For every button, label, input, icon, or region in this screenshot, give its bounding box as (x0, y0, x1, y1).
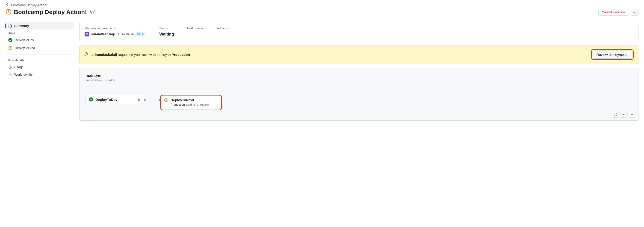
job-name: DeployToProd (170, 98, 194, 102)
run-details-section-header: Run details (6, 57, 74, 63)
sidebar-usage[interactable]: Usage (6, 63, 74, 71)
review-deployments-button[interactable]: Review deployments (592, 51, 632, 59)
waiting-clock-icon (8, 46, 12, 50)
svg-point-10 (118, 34, 119, 35)
svg-point-8 (86, 34, 87, 34)
banner-text: sriramdasbalaji requested your review to… (92, 53, 190, 57)
breadcrumb-workflow-link[interactable]: Bootcamp Deploy Action! (11, 3, 47, 7)
graph-zoom-out-button[interactable] (620, 111, 627, 118)
commit-sha[interactable]: 67d071b (122, 33, 134, 36)
job-duration: 2s (137, 98, 140, 101)
artifacts-value: – (217, 32, 228, 36)
svg-point-1 (633, 12, 634, 13)
success-check-icon (8, 38, 12, 42)
sidebar-job-deploytodev[interactable]: DeployToDev (6, 36, 74, 44)
jobs-section-header: Jobs (6, 30, 74, 36)
waiting-clock-icon (164, 98, 168, 102)
commit-icon (117, 32, 120, 36)
job-node-deploytodev[interactable]: DeployToDev 2s (86, 95, 144, 104)
job-sub-status: Production waiting for review (164, 103, 209, 106)
actor-avatar[interactable] (84, 32, 89, 37)
sidebar-workflow-file[interactable]: Workflow file (6, 71, 74, 78)
actor-name[interactable]: sriramdasbalaji (91, 32, 115, 36)
sidebar-job-deploytoprod[interactable]: DeployToProd (6, 44, 74, 52)
review-button-highlight: Review deployments (591, 49, 634, 60)
svg-point-3 (636, 12, 636, 13)
svg-point-11 (86, 53, 87, 54)
svg-point-12 (89, 97, 93, 102)
job-connector (144, 95, 160, 105)
graph-zoom-in-button[interactable] (628, 111, 635, 118)
kebab-menu-button[interactable] (631, 9, 638, 16)
cancel-workflow-button[interactable]: Cancel workflow (598, 9, 629, 16)
svg-point-9 (87, 34, 88, 34)
sidebar-job-label: DeployToDev (15, 38, 34, 42)
workflow-file-name: main.yml (86, 73, 632, 78)
artifacts-label: Artifacts (217, 27, 228, 30)
file-code-icon (8, 73, 12, 76)
sidebar-summary[interactable]: Summary (6, 22, 74, 30)
home-icon (8, 24, 12, 28)
status-value: Waiting (159, 32, 174, 37)
review-request-banner: sriramdasbalaji requested your review to… (79, 45, 638, 64)
rocket-icon (84, 52, 88, 57)
svg-point-4 (8, 38, 12, 42)
sidebar-summary-label: Summary (14, 24, 29, 28)
trigger-label: Manually triggered now (84, 27, 147, 30)
status-label: Status (159, 27, 174, 30)
duration-label: Total duration (186, 27, 204, 30)
job-name: DeployToDev (96, 98, 117, 102)
page-title: Bootcamp Deploy Action! (14, 9, 87, 16)
run-summary-card: Manually triggered now sriramdasbalaji 6… (79, 22, 638, 41)
workflow-graph-card: main.yml on: workflow_dispatch DeployToD… (79, 68, 638, 121)
sidebar-job-label: DeployToProd (15, 46, 35, 50)
job-node-deploytoprod[interactable]: DeployToProd Production waiting for revi… (160, 95, 222, 110)
duration-value: – (186, 32, 204, 36)
run-status-waiting-icon (6, 9, 12, 16)
run-number: #4 (90, 9, 96, 16)
workflow-trigger-text: on: workflow_dispatch (86, 78, 632, 82)
back-arrow-icon[interactable] (6, 3, 9, 7)
sidebar-usage-label: Usage (14, 65, 24, 69)
sidebar-workflow-file-label: Workflow file (14, 73, 32, 76)
success-check-icon (89, 97, 93, 102)
branch-badge[interactable]: main (136, 32, 145, 36)
svg-point-2 (634, 12, 635, 13)
stopwatch-icon (8, 65, 12, 69)
graph-fullscreen-button[interactable] (612, 111, 618, 118)
